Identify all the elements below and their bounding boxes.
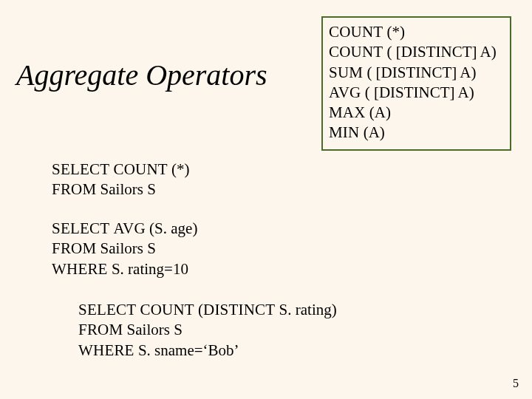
count-args: (*)	[168, 160, 190, 178]
from-body: Sailors S	[123, 321, 183, 338]
agg-count-star: COUNT (*)	[329, 22, 504, 42]
agg-max: MAX (A)	[329, 103, 504, 123]
kw-from: FROM	[78, 321, 123, 338]
from-body: Sailors S	[96, 239, 156, 257]
kw-distinct: DISTINCT	[203, 301, 275, 318]
from-line: FROM Sailors S	[52, 239, 197, 259]
where-body: S. sname=‘Bob’	[134, 341, 239, 359]
fn-args: ( [DISTINCT] A)	[361, 83, 474, 101]
fn-name: MIN	[329, 123, 359, 141]
from-line: FROM Sailors S	[52, 180, 190, 200]
fn-args: (*)	[383, 23, 405, 41]
fn-args: (A)	[366, 103, 391, 121]
fn-name: MAX	[329, 103, 366, 121]
agg-avg-distinct: AVG ( [DISTINCT] A)	[329, 83, 504, 103]
select-line: SELECT COUNT (*)	[52, 160, 190, 180]
open-paren: (	[194, 301, 203, 318]
count-rest: S. rating)	[275, 301, 336, 318]
kw-from: FROM	[52, 239, 96, 257]
from-line: FROM Sailors S	[78, 320, 337, 340]
fn-args: ( [DISTINCT] A)	[383, 43, 496, 61]
kw-avg: AVG	[113, 219, 145, 237]
select-line: SELECT COUNT (DISTINCT S. rating)	[78, 300, 337, 320]
query-block-3: SELECT COUNT (DISTINCT S. rating) FROM S…	[78, 300, 337, 361]
select-line: SELECT AVG (S. age)	[52, 219, 197, 239]
kw-select: SELECT	[52, 160, 109, 178]
fn-name: SUM	[329, 64, 363, 81]
fn-args: ( [DISTINCT] A)	[363, 64, 476, 81]
fn-name: COUNT	[329, 43, 383, 61]
from-body: Sailors S	[96, 180, 156, 198]
where-line: WHERE S. rating=10	[52, 259, 197, 279]
query-block-2: SELECT AVG (S. age) FROM Sailors S WHERE…	[52, 219, 197, 279]
kw-where: WHERE	[78, 341, 134, 359]
fn-args: (A)	[359, 123, 384, 141]
kw-count: COUNT	[113, 160, 167, 178]
avg-args: (S. age)	[146, 219, 198, 237]
agg-sum-distinct: SUM ( [DISTINCT] A)	[329, 63, 504, 83]
fn-name: AVG	[329, 83, 361, 101]
where-line: WHERE S. sname=‘Bob’	[78, 341, 337, 361]
agg-count-distinct: COUNT ( [DISTINCT] A)	[329, 42, 504, 62]
kw-from: FROM	[52, 180, 96, 198]
kw-select: SELECT	[52, 219, 109, 237]
aggregate-list-box: COUNT (*) COUNT ( [DISTINCT] A) SUM ( [D…	[321, 16, 511, 151]
kw-count: COUNT	[140, 301, 194, 318]
fn-name: COUNT	[329, 23, 383, 41]
page-number: 5	[513, 377, 519, 390]
page-title: Aggregate Operators	[16, 58, 267, 92]
query-block-1: SELECT COUNT (*) FROM Sailors S	[52, 160, 190, 200]
kw-where: WHERE	[52, 260, 108, 278]
kw-select: SELECT	[78, 301, 136, 318]
where-body: S. rating=10	[108, 260, 188, 278]
agg-min: MIN (A)	[329, 123, 504, 143]
